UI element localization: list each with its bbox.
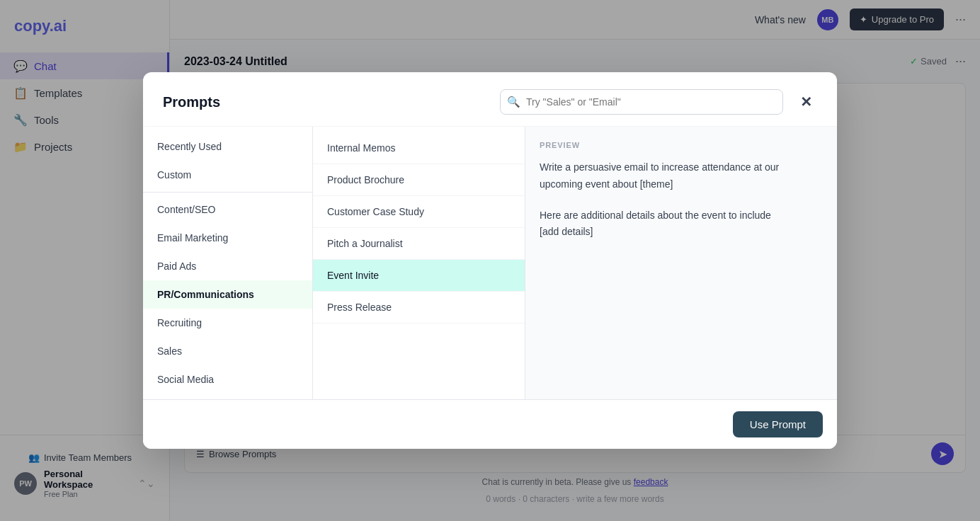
category-divider bbox=[143, 192, 312, 193]
modal-search-container: 🔍 bbox=[500, 89, 783, 115]
prompts-modal: Prompts 🔍 ✕ Recently UsedCustomContent/S… bbox=[143, 72, 837, 449]
preview-line2: Here are additional details about the ev… bbox=[540, 207, 823, 224]
category-item-pr-communications[interactable]: PR/Communications bbox=[143, 280, 312, 309]
prompt-item-product-brochure[interactable]: Product Brochure bbox=[313, 164, 525, 196]
category-item-paid-ads[interactable]: Paid Ads bbox=[143, 252, 312, 280]
modal-title: Prompts bbox=[163, 94, 220, 110]
close-button[interactable]: ✕ bbox=[794, 91, 817, 113]
prompt-item-internal-memos[interactable]: Internal Memos bbox=[313, 132, 525, 164]
prompt-item-customer-case-study[interactable]: Customer Case Study bbox=[313, 196, 525, 228]
use-prompt-button[interactable]: Use Prompt bbox=[733, 411, 823, 437]
category-item-recently-used[interactable]: Recently Used bbox=[143, 132, 312, 161]
category-item-custom[interactable]: Custom bbox=[143, 161, 312, 189]
prompt-item-event-invite[interactable]: Event Invite bbox=[313, 260, 525, 292]
preview-line1: Write a persuasive email to increase att… bbox=[540, 159, 823, 193]
prompt-item-press-release[interactable]: Press Release bbox=[313, 292, 525, 324]
category-item-email-marketing[interactable]: Email Marketing bbox=[143, 224, 312, 252]
category-item-sales[interactable]: Sales bbox=[143, 337, 312, 365]
search-icon: 🔍 bbox=[507, 96, 520, 108]
modal-footer: Use Prompt bbox=[143, 399, 837, 449]
category-item-social-media[interactable]: Social Media bbox=[143, 365, 312, 394]
preview-label: PREVIEW bbox=[540, 141, 823, 149]
prompts-column: Internal MemosProduct BrochureCustomer C… bbox=[313, 127, 525, 399]
modal-header: Prompts 🔍 ✕ bbox=[143, 72, 837, 127]
preview-column: PREVIEW Write a persuasive email to incr… bbox=[525, 127, 837, 399]
search-input[interactable] bbox=[500, 89, 783, 115]
modal-overlay[interactable]: Prompts 🔍 ✕ Recently UsedCustomContent/S… bbox=[0, 0, 980, 521]
preview-text: Write a persuasive email to increase att… bbox=[540, 159, 823, 385]
categories-column: Recently UsedCustomContent/SEOEmail Mark… bbox=[143, 127, 313, 399]
category-item-content-seo[interactable]: Content/SEO bbox=[143, 195, 312, 224]
preview-line3: [add details] bbox=[540, 224, 823, 241]
category-item-recruiting[interactable]: Recruiting bbox=[143, 309, 312, 337]
modal-body: Recently UsedCustomContent/SEOEmail Mark… bbox=[143, 127, 837, 399]
prompt-item-pitch-journalist[interactable]: Pitch a Journalist bbox=[313, 228, 525, 260]
